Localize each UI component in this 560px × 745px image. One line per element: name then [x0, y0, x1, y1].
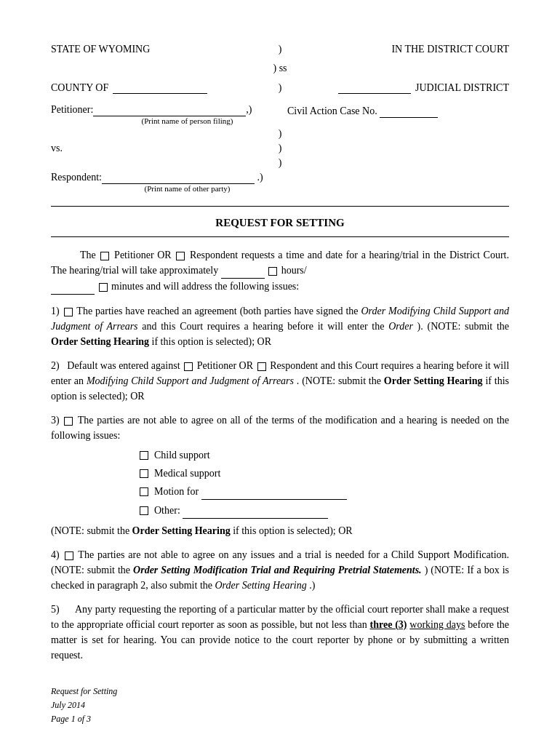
minutes-blank[interactable] — [51, 279, 95, 295]
petitioner-row: Petitioner: ,) (Print name of person fil… — [51, 104, 509, 125]
print-name-filing: (Print name of person filing) — [102, 116, 273, 125]
other-field[interactable] — [183, 503, 328, 519]
judicial-label: JUDICIAL DISTRICT — [415, 82, 509, 94]
item1-bold: Order Setting Hearing — [51, 336, 149, 347]
civil-action-right: Civil Action Case No. — [287, 104, 509, 125]
item-1: 1) The parties have reached an agreement… — [51, 303, 509, 349]
vs-row: vs. ) — [51, 143, 509, 154]
county-label: COUNTY OF — [51, 82, 108, 94]
item2-italic: Modifying Child Support and Judgment of … — [87, 375, 294, 386]
child-support-checkbox[interactable] — [140, 451, 148, 460]
county-left: COUNTY OF — [51, 81, 264, 94]
item2-text3: . (NOTE: submit the — [297, 375, 381, 386]
state-label: STATE OF WYOMING — [51, 44, 264, 55]
motion-label: Motion for — [154, 484, 347, 500]
item4-checkbox[interactable] — [65, 551, 73, 560]
respondent-checkbox[interactable] — [176, 252, 185, 260]
blank-paren-1: ) — [51, 128, 509, 140]
motion-checkbox[interactable] — [140, 487, 148, 496]
footer-line3: Page 1 of 3 — [51, 712, 509, 726]
item3-bold: Order Setting Hearing — [132, 525, 231, 536]
item5-num: 5) — [51, 604, 60, 615]
body-section: The Petitioner OR Respondent requests a … — [51, 247, 509, 663]
divider-bottom — [51, 236, 509, 237]
list-item: Other: — [138, 503, 509, 519]
item-5: 5) Any party requesting the reporting of… — [51, 602, 509, 663]
petitioner-field[interactable] — [93, 104, 246, 116]
item2-petitioner-or: Petitioner OR — [197, 360, 253, 371]
ss-right-blank — [302, 63, 509, 74]
ss-row: ) ss — [51, 63, 509, 74]
item1-text4: if this option is selected); OR — [152, 336, 271, 347]
item1-text3: ). (NOTE: submit the — [417, 321, 509, 332]
item4-italic: Order Setting Hearing — [215, 580, 306, 591]
intro-text: The — [80, 250, 96, 260]
divider-top — [51, 206, 509, 207]
respondent-label: Respondent: — [51, 172, 102, 183]
county-paren: ) — [264, 82, 297, 94]
item1-text2: and this Court requires a hearing before… — [142, 321, 384, 332]
hours-checkbox[interactable] — [268, 267, 277, 276]
other-checkbox[interactable] — [140, 506, 148, 515]
vs-label: vs. — [51, 143, 273, 154]
header-top: STATE OF WYOMING ) IN THE DISTRICT COURT — [51, 44, 509, 55]
item1-order: Order — [388, 321, 413, 332]
ss-label: ) ss — [258, 63, 301, 74]
other-label: Other: — [154, 503, 328, 519]
paren-top: ) — [264, 44, 297, 55]
item-4: 4) The parties are not able to agree on … — [51, 547, 509, 593]
hours-blank[interactable] — [221, 263, 265, 279]
intro-paragraph: The Petitioner OR Respondent requests a … — [51, 247, 509, 295]
blank-paren-2: ) — [51, 157, 509, 169]
footer-line1: Request for Setting — [51, 685, 509, 698]
list-item: Child support — [138, 447, 509, 463]
judicial-field[interactable] — [338, 81, 411, 94]
petitioner-checkbox[interactable] — [100, 252, 109, 260]
item2-text1: Default was entered against — [67, 360, 180, 371]
petitioner-left: Petitioner: ,) (Print name of person fil… — [51, 104, 273, 125]
item2-num: 2) — [51, 360, 60, 371]
minutes-checkbox[interactable] — [99, 283, 108, 292]
county-row: COUNTY OF ) JUDICIAL DISTRICT — [51, 81, 509, 94]
item2-checkbox1[interactable] — [184, 362, 193, 371]
print-name-other: (Print name of other party) — [102, 184, 273, 193]
medical-support-checkbox[interactable] — [140, 469, 148, 478]
respondent-field[interactable] — [102, 172, 255, 184]
civil-action-label: Civil Action Case No. — [287, 105, 377, 116]
item-3: 3) The parties are not able to agree on … — [51, 413, 509, 538]
page: STATE OF WYOMING ) IN THE DISTRICT COURT… — [51, 44, 509, 727]
judicial-right: JUDICIAL DISTRICT — [296, 81, 509, 94]
item-2: 2) Default was entered against Petitione… — [51, 358, 509, 404]
item5-bold: three (3) — [370, 619, 407, 630]
item3-note2: if this option is selected); OR — [233, 525, 352, 536]
list-item: Motion for — [138, 484, 509, 500]
item3-num: 3) — [51, 415, 60, 426]
item1-num: 1) — [51, 306, 60, 316]
petitioner-or-text: Petitioner OR — [114, 250, 172, 260]
item1-text1: The parties have reached an agreement (b… — [76, 306, 358, 316]
item4-bold1: Order Setting Modification Trial and Req… — [133, 565, 422, 575]
petitioner-label: Petitioner: — [51, 104, 93, 115]
checkbox-list: Child support Medical support Motion for… — [138, 447, 509, 519]
item1-checkbox[interactable] — [64, 308, 73, 316]
civil-action-field[interactable] — [380, 105, 438, 118]
medical-support-label: Medical support — [154, 466, 220, 481]
item2-checkbox2[interactable] — [257, 362, 266, 371]
ss-left-blank — [51, 63, 258, 74]
item3-text: The parties are not able to agree on all… — [51, 415, 509, 441]
hours-text: hours/ — [281, 265, 307, 276]
county-field[interactable] — [113, 81, 207, 94]
doc-title: REQUEST FOR SETTING — [51, 217, 509, 229]
item2-bold: Order Setting Hearing — [384, 375, 483, 386]
footer-line2: July 2014 — [51, 698, 509, 712]
item4-text3: .) — [309, 580, 315, 591]
court-label: IN THE DISTRICT COURT — [296, 44, 509, 55]
petitioner-paren — [273, 104, 287, 125]
item5-underline: working days — [409, 619, 465, 630]
item4-num: 4) — [51, 549, 60, 560]
footer: Request for Setting July 2014 Page 1 of … — [51, 685, 509, 727]
item3-checkbox[interactable] — [64, 417, 73, 426]
motion-field[interactable] — [201, 484, 347, 500]
respondent-row: Respondent: .) (Print name of other part… — [51, 172, 509, 193]
item3-note: (NOTE: submit the — [51, 525, 129, 536]
